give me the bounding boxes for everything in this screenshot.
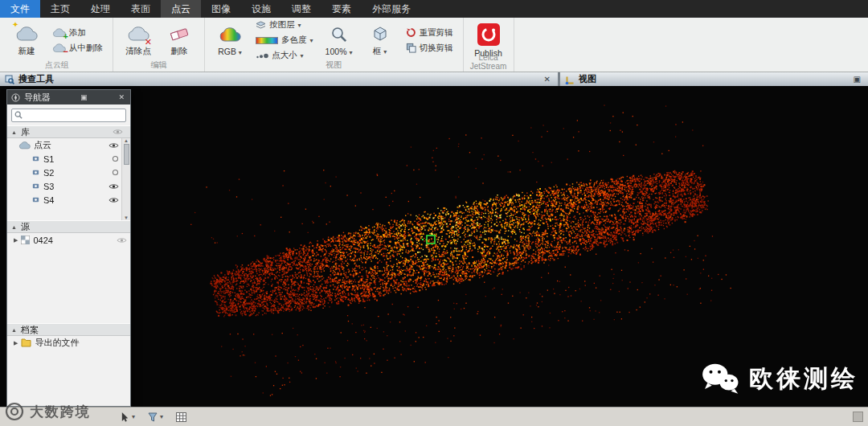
source-content: ▶ 0424: [7, 233, 130, 323]
tab-external-services[interactable]: 外部服务: [362, 0, 421, 18]
jetstream-icon: [477, 23, 501, 47]
rgb-button[interactable]: RGB ▾: [212, 23, 248, 57]
visibility-off-icon[interactable]: [112, 169, 119, 176]
tab-facility[interactable]: 设施: [241, 0, 281, 18]
filter-tool-button[interactable]: ▾: [148, 412, 163, 422]
ribbon-group-jetstream: Publish Leica JetStream: [464, 18, 514, 72]
tree-item-exported-files[interactable]: ▶ 导出的文件: [7, 336, 130, 350]
pane-dock-icon[interactable]: ▣: [851, 75, 863, 84]
grid-view-button[interactable]: [176, 412, 186, 422]
scroll-down-icon[interactable]: ▼: [124, 215, 129, 220]
chevron-down-icon: ▾: [298, 22, 301, 29]
collapse-triangle-icon: ▲: [11, 224, 17, 230]
tab-file[interactable]: 文件: [0, 0, 40, 18]
chevron-down-icon: ▾: [160, 413, 163, 420]
archive-content: ▶ 导出的文件: [7, 336, 130, 406]
reset-clip-label: 重置剪辑: [420, 27, 453, 39]
pointer-icon: [121, 412, 129, 422]
add-label: 添加: [69, 27, 86, 39]
tab-feature[interactable]: 要素: [321, 0, 362, 18]
library-scrollbar[interactable]: ▲ ▼: [121, 138, 130, 220]
group-label-edit: 编辑: [113, 59, 204, 71]
tab-adjust[interactable]: 调整: [281, 0, 321, 18]
tree-item-scan[interactable]: S3: [7, 179, 130, 193]
tree-item-scan[interactable]: S4: [7, 193, 130, 207]
eye-icon[interactable]: [113, 129, 123, 135]
section-archive[interactable]: ▲ 档案: [7, 323, 130, 336]
navigator-title: 导航器: [24, 92, 51, 104]
scanner-icon: [31, 154, 40, 163]
pointer-tool-button[interactable]: ▾: [121, 412, 135, 422]
ribbon: ✦ 新建 + 添加 − 从中删除: [0, 18, 868, 72]
ribbon-group-view: RGB ▾ 按图层 ▾: [205, 18, 464, 72]
tree-item-scan[interactable]: S1: [7, 152, 130, 166]
tab-pointcloud[interactable]: 点云: [161, 0, 201, 18]
inspect-tools-icon: [5, 75, 14, 84]
menubar: 文件 主页 处理 表面 点云 图像 设施 调整 要素 外部服务: [0, 0, 868, 18]
by-layer-dropdown[interactable]: 按图层 ▾: [253, 18, 316, 31]
view-pane-title: 视图: [579, 73, 596, 85]
library-content: 点云 S1 S2: [7, 138, 130, 220]
scanner-icon: [31, 168, 40, 177]
tree-item-source-0424[interactable]: ▶ 0424: [7, 233, 130, 247]
multicolor-dropdown[interactable]: 多色度 ▾: [253, 34, 316, 47]
scrollbar-thumb[interactable]: [124, 144, 129, 165]
folder-icon: [21, 338, 31, 347]
expand-triangle-icon[interactable]: ▶: [14, 237, 18, 244]
search-input[interactable]: [11, 109, 126, 122]
toggle-clip-label: 切换剪辑: [420, 43, 453, 54]
box-button[interactable]: 框 ▾: [362, 23, 398, 58]
visibility-off-icon[interactable]: [112, 155, 119, 162]
close-icon[interactable]: ✕: [542, 75, 553, 84]
eye-icon[interactable]: [117, 237, 127, 244]
tab-home[interactable]: 主页: [40, 0, 80, 18]
new-pointcloud-button[interactable]: ✦ 新建: [9, 23, 44, 58]
magnifier-icon: [330, 24, 348, 45]
navigator-panel: 导航器 ▣ ✕ ▲ 库 点云: [6, 89, 131, 407]
scanner-icon: [31, 182, 40, 190]
scan-label: S3: [43, 182, 54, 191]
collapse-triangle-icon: ▲: [11, 129, 17, 135]
section-library[interactable]: ▲ 库: [7, 125, 130, 138]
zoom-button[interactable]: 100% ▾: [321, 23, 357, 57]
eye-icon[interactable]: [108, 142, 119, 149]
application-window: 文件 主页 处理 表面 点云 图像 设施 调整 要素 外部服务 ✦ 新建: [0, 0, 868, 426]
tree-item-pointcloud[interactable]: 点云: [7, 138, 130, 152]
search-icon: [14, 111, 23, 119]
x-badge-icon: ✕: [145, 38, 152, 46]
compass-icon: [11, 93, 20, 102]
remove-from-pointcloud-button[interactable]: − 从中删除: [50, 42, 105, 55]
filter-icon: [148, 412, 158, 422]
collapse-triangle-icon: ▲: [11, 327, 17, 333]
multicolor-label: 多色度: [281, 35, 307, 46]
toggle-clip-button[interactable]: 切换剪辑: [403, 42, 456, 55]
reset-clip-button[interactable]: 重置剪辑: [403, 27, 456, 39]
add-to-pointcloud-button[interactable]: + 添加: [50, 27, 105, 39]
scan-label: S2: [43, 168, 54, 178]
section-source[interactable]: ▲ 源: [7, 220, 130, 233]
eraser-icon: [169, 23, 190, 44]
navigator-header[interactable]: 导航器 ▣ ✕: [7, 90, 130, 104]
resize-grip[interactable]: [853, 412, 863, 422]
delete-button[interactable]: 删除: [162, 23, 197, 58]
tree-item-scan[interactable]: S2: [7, 166, 130, 179]
dashu-logo-icon: [5, 402, 24, 421]
tab-image[interactable]: 图像: [201, 0, 241, 18]
scroll-up-icon[interactable]: ▲: [124, 138, 129, 143]
wechat-icon: [701, 362, 739, 395]
navigator-search: [7, 104, 130, 125]
cloud-icon: [18, 141, 31, 150]
eye-icon[interactable]: [108, 183, 119, 190]
clear-points-button[interactable]: ✕ 清除点: [121, 23, 156, 58]
box-label: 框 ▾: [373, 46, 387, 57]
pane-close-icon[interactable]: ✕: [117, 93, 126, 101]
eye-icon[interactable]: [108, 197, 119, 203]
tab-surface[interactable]: 表面: [121, 0, 161, 18]
watermark-bottom-left: 大数跨境: [5, 402, 91, 421]
expand-triangle-icon[interactable]: ▶: [14, 340, 18, 346]
chevron-down-icon: ▾: [301, 52, 304, 59]
library-label: 库: [21, 126, 30, 138]
pane-float-icon[interactable]: ▣: [79, 93, 89, 101]
tab-process[interactable]: 处理: [80, 0, 121, 18]
cube-icon: [371, 23, 389, 44]
